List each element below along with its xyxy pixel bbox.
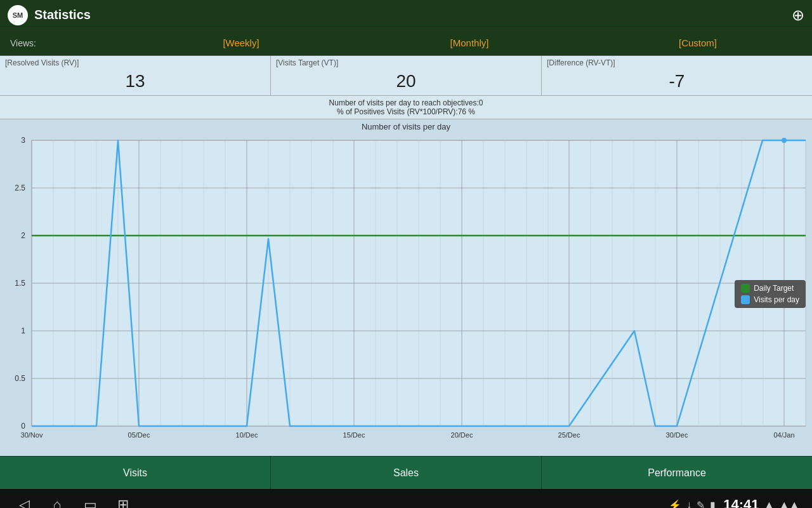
stat-rv-value: 13	[5, 69, 265, 94]
legend-daily-target-label: Daily Target	[754, 284, 794, 293]
monthly-view-btn[interactable]: [Monthly]	[355, 32, 584, 53]
chart-title: Number of visits per day	[0, 119, 812, 134]
usb-icon: ⚡	[669, 499, 681, 509]
views-label: Views:	[0, 38, 127, 48]
signal-icon: ▲▲	[779, 499, 799, 508]
svg-text:2.5: 2.5	[15, 184, 25, 192]
legend-visits-per-day: Visits per day	[741, 295, 799, 304]
top-bar: SM Statistics ⊕	[0, 0, 812, 30]
svg-point-61	[782, 138, 787, 143]
weekly-view-btn[interactable]: [Weekly]	[127, 32, 355, 53]
bottom-tabs: Visits Sales Performance	[0, 456, 812, 489]
info-line1: Number of visits per day to reach object…	[0, 98, 812, 107]
svg-text:3: 3	[21, 136, 25, 145]
svg-text:0.5: 0.5	[15, 374, 25, 383]
app-logo: SM	[8, 5, 28, 25]
stat-difference: [Difference (RV-VT)] -7	[542, 56, 812, 95]
svg-text:1: 1	[21, 326, 25, 335]
scan-button[interactable]: ⊞	[112, 493, 134, 508]
svg-text:2: 2	[21, 231, 25, 240]
stat-diff-label: [Difference (RV-VT)]	[547, 57, 807, 69]
edit-icon: ✎	[697, 499, 705, 509]
clock: 14:41	[723, 497, 759, 508]
svg-text:30/Nov: 30/Nov	[21, 431, 43, 439]
svg-text:20/Dec: 20/Dec	[451, 431, 473, 439]
battery-icon: ▮	[710, 499, 716, 509]
stat-resolved-visits: [Resolved Visits (RV)] 13	[0, 56, 271, 95]
svg-text:05/Dec: 05/Dec	[128, 431, 150, 439]
views-bar: Views: [Weekly] [Monthly] [Custom]	[0, 30, 812, 56]
system-status: ⚡ ↓ ✎ ▮ 14:41 ▲ ▲▲	[669, 497, 799, 508]
stat-visits-target: [Visits Target (VT)] 20	[271, 56, 542, 95]
wifi-icon: ▲	[764, 499, 774, 508]
chart-legend: Daily Target Visits per day	[735, 280, 806, 308]
tab-performance[interactable]: Performance	[542, 457, 812, 489]
legend-visits-color	[741, 295, 750, 304]
stat-diff-value: -7	[547, 69, 807, 94]
custom-view-btn[interactable]: [Custom]	[584, 32, 812, 53]
tab-sales[interactable]: Sales	[271, 457, 542, 489]
svg-text:15/Dec: 15/Dec	[343, 431, 365, 439]
chart-container: 3 2.5 2 1.5 1 0.5 0 30/Nov 05/Dec 10/Dec…	[0, 134, 812, 445]
home-button[interactable]: ⌂	[46, 493, 69, 508]
stat-vt-label: [Visits Target (VT)]	[276, 57, 536, 69]
tab-visits[interactable]: Visits	[0, 457, 271, 489]
svg-text:10/Dec: 10/Dec	[236, 431, 258, 439]
svg-text:0: 0	[21, 422, 25, 431]
chart-area: Number of visits per day	[0, 119, 812, 456]
target-icon: ⊕	[792, 6, 804, 24]
system-bar: ◁ ⌂ ▭ ⊞ ⚡ ↓ ✎ ▮ 14:41 ▲ ▲▲	[0, 489, 812, 508]
stat-rv-label: [Resolved Visits (RV)]	[5, 57, 265, 69]
info-line2: % of Positives Visits (RV*100/PRV):76 %	[0, 107, 812, 116]
chart-svg: 3 2.5 2 1.5 1 0.5 0 30/Nov 05/Dec 10/Dec…	[0, 134, 812, 445]
legend-visits-label: Visits per day	[754, 295, 799, 304]
svg-text:30/Dec: 30/Dec	[666, 431, 688, 439]
svg-text:25/Dec: 25/Dec	[558, 431, 580, 439]
svg-text:1.5: 1.5	[15, 279, 25, 288]
recent-button[interactable]: ▭	[79, 493, 102, 508]
download-icon: ↓	[686, 499, 691, 508]
stat-vt-value: 20	[276, 69, 536, 94]
svg-text:04/Jan: 04/Jan	[773, 431, 794, 439]
back-button[interactable]: ◁	[13, 493, 36, 508]
app-title: Statistics	[34, 8, 792, 22]
legend-daily-target: Daily Target	[741, 284, 799, 293]
stats-row: [Resolved Visits (RV)] 13 [Visits Target…	[0, 56, 812, 96]
info-text: Number of visits per day to reach object…	[0, 96, 812, 119]
legend-daily-target-color	[741, 284, 750, 293]
